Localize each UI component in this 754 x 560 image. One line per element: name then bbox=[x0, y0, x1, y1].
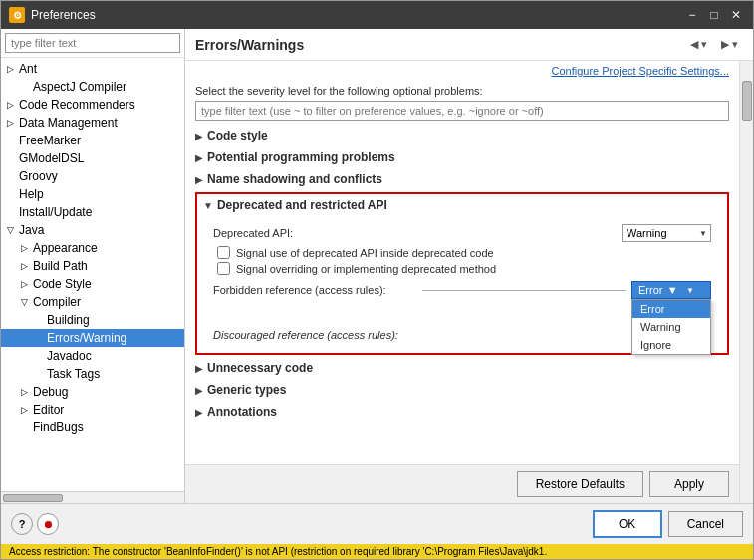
tree-item-label: Ant bbox=[19, 62, 37, 76]
deprecated-api-label: Deprecated API: bbox=[213, 227, 293, 239]
tree-item-javadoc[interactable]: Javadoc bbox=[1, 347, 184, 365]
help-run-row: ? ⏺ bbox=[11, 513, 587, 535]
tree-item-label: Debug bbox=[33, 385, 68, 399]
help-button[interactable]: ? bbox=[11, 513, 33, 535]
deprecated-api-row: Deprecated API: Warning Error Ignore bbox=[213, 224, 711, 242]
section-name-shadowing[interactable]: ▶ Name shadowing and conflicts bbox=[195, 168, 729, 190]
apply-button[interactable]: Apply bbox=[649, 471, 729, 497]
tree-item-label: AspectJ Compiler bbox=[33, 80, 126, 94]
horizontal-scrollbar[interactable] bbox=[1, 491, 184, 503]
section-annotations[interactable]: ▶ Annotations bbox=[195, 401, 729, 422]
filter-row bbox=[185, 99, 739, 125]
tree-item-compiler[interactable]: ▽ Compiler bbox=[1, 293, 184, 311]
tree-item-help[interactable]: Help bbox=[1, 185, 184, 203]
preferences-window: ⚙ Preferences − □ ✕ ▷ Ant AspectJ Compil… bbox=[0, 0, 754, 560]
section-arrow: ▶ bbox=[195, 385, 203, 396]
tree-item-install-update[interactable]: Install/Update bbox=[1, 203, 184, 221]
deprecated-header[interactable]: ▼ Deprecated and restricted API bbox=[197, 194, 727, 216]
tree-item-label: Help bbox=[19, 187, 44, 201]
dropdown-option-error[interactable]: Error bbox=[632, 300, 710, 318]
tree-item-label: Appearance bbox=[33, 241, 98, 255]
tree-item-java[interactable]: ▽ Java bbox=[1, 221, 184, 239]
forbidden-dropdown-btn[interactable]: Error ▼ bbox=[631, 281, 711, 299]
section-arrow: ▶ bbox=[195, 174, 203, 185]
run-button[interactable]: ⏺ bbox=[37, 513, 59, 535]
forbidden-value: Error bbox=[638, 284, 662, 296]
title-bar-left: ⚙ Preferences bbox=[9, 7, 96, 23]
forward-button[interactable]: ▶ ▾ bbox=[716, 35, 743, 54]
section-label: Generic types bbox=[207, 383, 286, 397]
tree-item-label: FindBugs bbox=[33, 420, 84, 434]
tree-item-code-style[interactable]: ▷ Code Style bbox=[1, 275, 184, 293]
tree-item-building[interactable]: Building bbox=[1, 311, 184, 329]
section-generic-types[interactable]: ▶ Generic types bbox=[195, 379, 729, 401]
right-scrollable: Configure Project Specific Settings... S… bbox=[185, 61, 739, 503]
tree-item-data-management[interactable]: ▷ Data Management bbox=[1, 114, 184, 132]
signal-overriding-row: Signal overriding or implementing deprec… bbox=[213, 262, 711, 275]
tree-item-errors-warnings[interactable]: Errors/Warning bbox=[1, 329, 184, 347]
tree-item-gmodeldsl[interactable]: GModelDSL bbox=[1, 149, 184, 167]
tree-item-task-tags[interactable]: Task Tags bbox=[1, 365, 184, 383]
dropdown-option-ignore[interactable]: Ignore bbox=[632, 336, 710, 354]
title-controls: − □ ✕ bbox=[683, 6, 745, 24]
expand-arrow: ▽ bbox=[7, 225, 17, 235]
section-unnecessary[interactable]: ▶ Unnecessary code bbox=[195, 357, 729, 379]
tree-item-label: Editor bbox=[33, 403, 64, 417]
expand-arrow: ▷ bbox=[21, 387, 31, 397]
tree-item-label: Java bbox=[19, 223, 44, 237]
configure-link[interactable]: Configure Project Specific Settings... bbox=[185, 61, 739, 81]
deprecated-body: Deprecated API: Warning Error Ignore bbox=[197, 216, 727, 353]
scrollbar-thumb[interactable] bbox=[742, 81, 752, 121]
tree-item-code-recommenders[interactable]: ▷ Code Recommenders bbox=[1, 96, 184, 114]
back-button[interactable]: ◀ ▾ bbox=[685, 35, 712, 54]
section-label: Annotations bbox=[207, 405, 277, 419]
tree-item-debug[interactable]: ▷ Debug bbox=[1, 383, 184, 401]
tree-item-label: Groovy bbox=[19, 169, 58, 183]
forbidden-dropdown-menu: Error Warning Ignore bbox=[631, 299, 711, 355]
section-code-style[interactable]: ▶ Code style bbox=[195, 125, 729, 146]
description-text: Select the severity level for the follow… bbox=[185, 81, 739, 99]
tree-item-freemarker[interactable]: FreeMarker bbox=[1, 132, 184, 149]
scrollbar-thumb[interactable] bbox=[3, 494, 63, 502]
maximize-button[interactable]: □ bbox=[705, 6, 723, 24]
tree-item-aspectj[interactable]: AspectJ Compiler bbox=[1, 78, 184, 96]
tree-item-label: FreeMarker bbox=[19, 134, 81, 147]
tree-item-ant[interactable]: ▷ Ant bbox=[1, 60, 184, 78]
expand-arrow: ▷ bbox=[21, 243, 31, 253]
signal-overriding-checkbox[interactable] bbox=[217, 262, 230, 275]
tree-item-appearance[interactable]: ▷ Appearance bbox=[1, 239, 184, 257]
expand-arrow: ▷ bbox=[21, 261, 31, 271]
dropdown-option-warning[interactable]: Warning bbox=[632, 318, 710, 336]
panel-title: Errors/Warnings bbox=[195, 37, 304, 53]
sections: ▶ Code style ▶ Potential programming pro… bbox=[185, 125, 739, 464]
expand-arrow: ▷ bbox=[7, 64, 17, 74]
filter-input[interactable] bbox=[5, 33, 180, 53]
deprecated-api-select-wrapper: Warning Error Ignore bbox=[622, 224, 711, 242]
tree-item-label: Compiler bbox=[33, 295, 81, 309]
restore-defaults-button[interactable]: Restore Defaults bbox=[517, 471, 643, 497]
expand-arrow: ▷ bbox=[21, 279, 31, 289]
signal-deprecated-checkbox[interactable] bbox=[217, 246, 230, 259]
tree-item-editor[interactable]: ▷ Editor bbox=[1, 401, 184, 419]
close-button[interactable]: ✕ bbox=[727, 6, 745, 24]
expand-arrow: ▷ bbox=[21, 405, 31, 415]
deprecated-api-select[interactable]: Warning Error Ignore bbox=[622, 224, 711, 242]
ok-button[interactable]: OK bbox=[593, 510, 662, 538]
tree-item-findbugs[interactable]: FindBugs bbox=[1, 419, 184, 436]
section-filter-input[interactable] bbox=[195, 101, 729, 121]
cancel-button[interactable]: Cancel bbox=[668, 511, 743, 537]
signal-deprecated-row: Signal use of deprecated API inside depr… bbox=[213, 246, 711, 259]
tree-item-build-path[interactable]: ▷ Build Path bbox=[1, 257, 184, 275]
section-label: Name shadowing and conflicts bbox=[207, 172, 382, 186]
right-scrollbar[interactable] bbox=[739, 61, 753, 503]
tree-item-label: Build Path bbox=[33, 259, 88, 273]
section-potential[interactable]: ▶ Potential programming problems bbox=[195, 146, 729, 168]
minimize-button[interactable]: − bbox=[683, 6, 701, 24]
section-label: Unnecessary code bbox=[207, 361, 313, 375]
forbidden-dropdown: Error ▼ Error Warning Ignore bbox=[631, 281, 711, 299]
tree-item-groovy[interactable]: Groovy bbox=[1, 167, 184, 185]
header-actions: ◀ ▾ ▶ ▾ bbox=[685, 35, 743, 54]
tree-item-label: Code Recommenders bbox=[19, 98, 135, 112]
filter-box bbox=[1, 29, 184, 58]
status-text: Access restriction: The constructor 'Bea… bbox=[9, 546, 547, 557]
